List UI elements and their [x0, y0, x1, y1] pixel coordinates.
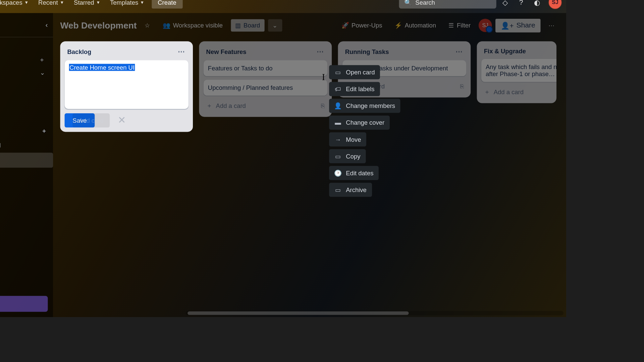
chevron-down-icon: ▾ — [25, 0, 28, 5]
sidebar-board-webdev[interactable]: Web Development — [0, 153, 53, 168]
sidebar-collapse-icon[interactable]: ‹ — [45, 21, 48, 29]
theme-icon[interactable]: ◐ — [530, 0, 544, 9]
menu-edit-dates[interactable]: 🕑Edit dates — [329, 166, 379, 180]
workspace-header[interactable]: M Marketing Free ‹ — [0, 13, 53, 38]
workspace-sidebar: M Marketing Free ‹ ▥Boards 👤Members＋ ⚙Wo… — [0, 13, 53, 317]
list-backlog: Backlog ⋯ Create Home screen UI I Save A… — [60, 41, 193, 132]
sidebar-item-calendar[interactable]: 📅Calendar — [0, 109, 53, 122]
add-board-icon[interactable]: ＋ — [41, 127, 47, 135]
menu-members-label: Change members — [346, 102, 395, 109]
menu-change-members[interactable]: 👤Change members — [329, 99, 400, 113]
person-icon: 👤 — [334, 102, 341, 109]
arrow-right-icon: → — [334, 136, 341, 143]
sidebar-board1-label: Simple Project Board — [0, 142, 1, 149]
menu-archive-label: Archive — [346, 186, 367, 193]
menu-copy-label: Copy — [346, 153, 360, 160]
nav-recent-label: Recent — [38, 0, 58, 6]
account-avatar[interactable]: SJ — [548, 0, 562, 9]
card-quick-edit-input[interactable]: Create Home screen UI — [65, 60, 189, 109]
nav-templates-label: Templates — [110, 0, 138, 6]
menu-change-cover[interactable]: ▬Change cover — [329, 116, 390, 130]
menu-move[interactable]: →Move — [329, 132, 366, 146]
nav-recent[interactable]: Recent▾ — [34, 0, 68, 9]
cover-icon: ▬ — [334, 119, 341, 126]
chevron-down-icon: ▾ — [61, 0, 63, 5]
menu-cover-label: Change cover — [346, 119, 384, 126]
copy-icon: ▭ — [334, 153, 341, 160]
sidebar-item-settings[interactable]: ⚙Workspace settings⌄ — [0, 66, 51, 79]
premium-cta[interactable]: ⚡Try Premium free — [0, 296, 48, 312]
chevron-down-icon: ▾ — [97, 0, 100, 5]
search-placeholder: Search — [415, 0, 435, 6]
notifications-icon[interactable]: ◇ — [498, 0, 512, 9]
archive-icon: ▭ — [334, 186, 341, 193]
search-input[interactable]: 🔍 Search — [399, 0, 496, 9]
tag-icon: 🏷 — [334, 85, 341, 93]
close-icon[interactable]: ✕ — [118, 115, 126, 126]
search-icon: 🔍 — [404, 0, 412, 6]
sidebar-board-simple[interactable]: Simple Project Board — [0, 138, 53, 153]
nav-starred-label: Starred — [74, 0, 94, 6]
editor-selected-text: Create Home screen UI — [69, 64, 135, 71]
menu-move-label: Move — [346, 136, 361, 143]
sidebar-item-boards[interactable]: ▥Boards — [0, 41, 51, 53]
menu-archive[interactable]: ▭Archive — [329, 183, 372, 197]
menu-open-label: Open card — [346, 69, 375, 76]
sidebar-item-members[interactable]: 👤Members＋ — [0, 53, 51, 67]
nav-starred[interactable]: Starred▾ — [69, 0, 104, 9]
card-icon: ▭ — [334, 69, 341, 76]
chevron-down-icon: ⌄ — [40, 69, 45, 76]
sidebar-item-table[interactable]: ▤Table — [0, 97, 53, 109]
card-context-menu: ▭Open card 🏷Edit labels 👤Change members … — [329, 65, 400, 197]
nav-workspaces[interactable]: Workspaces▾ — [0, 0, 32, 9]
menu-labels-label: Edit labels — [346, 85, 374, 93]
list-menu-icon[interactable]: ⋯ — [178, 48, 186, 56]
app-header: Trello Workspaces▾ Recent▾ Starred▾ Temp… — [0, 0, 566, 13]
sidebar-heading-yourboards: Your boards＋ — [0, 122, 53, 137]
add-member-icon[interactable]: ＋ — [39, 56, 45, 64]
list-title[interactable]: Backlog — [67, 48, 92, 55]
menu-edit-labels[interactable]: 🏷Edit labels — [329, 82, 380, 96]
menu-copy[interactable]: ▭Copy — [329, 149, 366, 163]
clock-icon: 🕑 — [334, 170, 341, 177]
menu-dates-label: Edit dates — [346, 170, 373, 177]
create-button[interactable]: Create — [152, 0, 182, 9]
add-card-ghost: Add card — [72, 113, 110, 127]
sidebar-heading-views: Workspace views — [0, 82, 53, 97]
help-icon[interactable]: ? — [514, 0, 528, 9]
nav-templates[interactable]: Templates▾ — [106, 0, 148, 9]
text-cursor-icon: I — [322, 72, 325, 82]
menu-open-card[interactable]: ▭Open card — [329, 65, 380, 79]
chevron-down-icon: ▾ — [141, 0, 144, 5]
create-label: Create — [158, 0, 176, 6]
nav-workspaces-label: Workspaces — [0, 0, 22, 6]
